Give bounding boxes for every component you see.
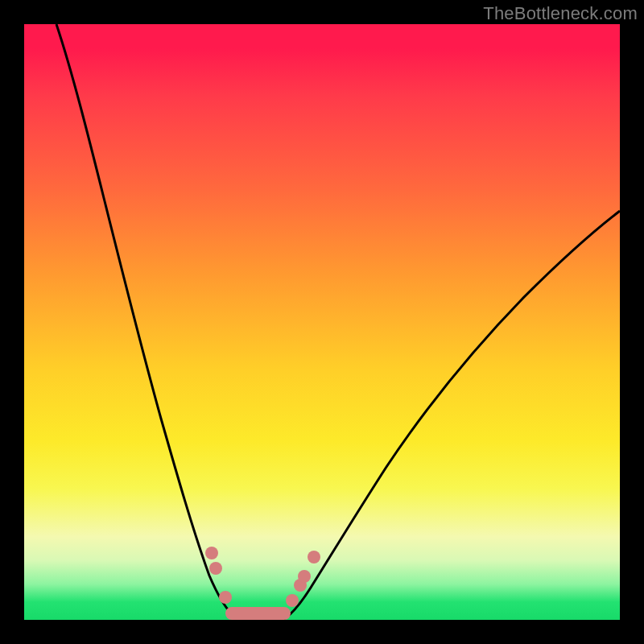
- marker-dot: [219, 591, 232, 604]
- marker-dot: [286, 594, 299, 607]
- marker-dot: [298, 570, 311, 583]
- right-curve: [282, 211, 620, 620]
- plot-area: [24, 24, 620, 620]
- watermark-text: TheBottleneck.com: [483, 3, 638, 24]
- left-curve: [56, 24, 240, 620]
- marker-dot: [308, 551, 320, 564]
- outer-frame: TheBottleneck.com: [0, 0, 644, 644]
- chart-svg: [24, 24, 620, 620]
- marker-dot: [209, 562, 222, 575]
- marker-dot: [205, 547, 218, 559]
